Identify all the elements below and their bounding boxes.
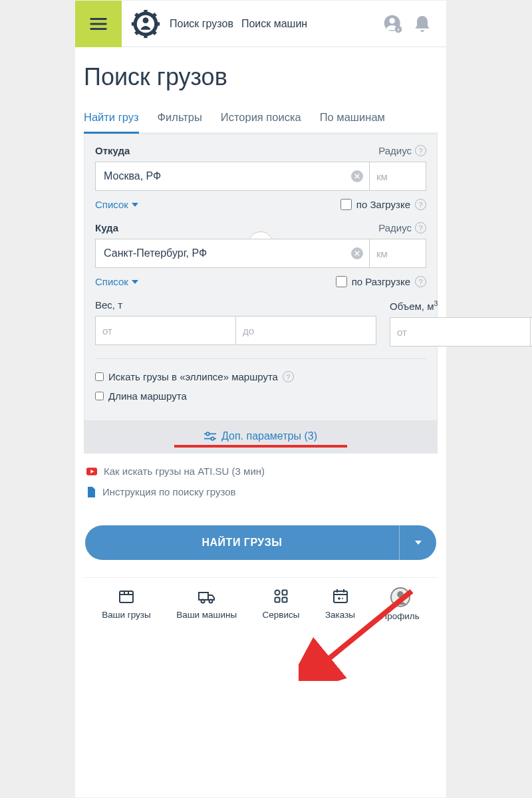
gear-a-icon [131,9,160,39]
doc-help-link[interactable]: Инструкция по поиску грузов [86,486,435,497]
tab-find-cargo[interactable]: Найти груз [84,104,139,134]
radius-label: Радиус [378,145,412,156]
avatar-icon [390,587,410,607]
from-city-input[interactable] [95,162,370,191]
to-city-input[interactable] [95,239,370,268]
hamburger-icon [88,14,108,34]
truck-icon [198,587,216,606]
svg-rect-1 [144,9,147,13]
clear-to-button[interactable] [351,247,363,259]
video-help-link[interactable]: Как искать грузы на ATI.SU (3 мин) [86,466,435,477]
svg-point-28 [397,591,404,598]
svg-rect-4 [156,22,160,25]
to-label: Куда [95,222,118,233]
extra-params-link[interactable]: Доп. параметры (3) [204,430,317,442]
help-ellipse[interactable]: ? [283,371,294,382]
document-icon [86,487,96,497]
to-list-link[interactable]: Список [95,276,138,287]
tab-history[interactable]: История поиска [221,104,301,134]
help-by-unload[interactable]: ? [415,276,426,287]
nav-cargo-search[interactable]: Поиск грузов [170,18,233,30]
svg-rect-25 [275,598,279,602]
svg-rect-26 [282,598,287,602]
svg-rect-18 [120,591,133,602]
weight-to-input[interactable] [235,316,376,345]
svg-point-16 [211,437,214,440]
svg-point-23 [275,591,279,595]
notifications-button[interactable] [412,13,433,35]
help-radius-from[interactable]: ? [415,145,426,156]
help-radius-to[interactable]: ? [415,222,426,233]
from-radius-input[interactable] [370,162,426,191]
svg-rect-24 [282,591,287,595]
bell-icon [412,13,433,35]
search-button[interactable]: НАЙТИ ГРУЗЫ [85,525,399,560]
by-unload-checkbox[interactable]: по Разгрузке? [336,276,426,287]
user-icon-button[interactable]: + [382,13,404,35]
volume-from-input[interactable] [390,317,530,346]
svg-rect-2 [144,34,147,37]
grid-icon [272,587,291,606]
calendar-icon [331,587,350,606]
nav-truck-search[interactable]: Поиск машин [241,18,307,30]
nav-orders[interactable]: Заказы [325,587,355,621]
svg-rect-3 [132,22,135,25]
svg-rect-20 [199,593,208,600]
svg-rect-19 [124,591,128,595]
volume-label: Объем, м3 [390,299,532,312]
by-load-checkbox[interactable]: по Загрузке? [340,199,426,210]
from-label: Откуда [95,145,130,156]
youtube-icon [86,467,97,475]
svg-rect-27 [334,591,347,602]
weight-from-input[interactable] [95,316,235,345]
nav-services[interactable]: Сервисы [263,587,300,621]
nav-your-trucks[interactable]: Ваши машины [176,587,237,621]
caret-down-icon [132,203,138,207]
menu-button[interactable] [75,1,122,47]
to-radius-input[interactable] [370,239,426,268]
tab-filters[interactable]: Фильтры [158,104,202,134]
tab-by-trucks[interactable]: По машинам [320,104,385,134]
box-icon [117,587,136,606]
annotation-underline [174,445,347,448]
svg-point-15 [206,432,209,436]
nav-your-cargo[interactable]: Ваши грузы [102,587,151,621]
ellipse-checkbox[interactable]: Искать грузы в «эллипсе» маршрута? [95,371,426,382]
svg-point-10 [143,17,149,23]
divider [95,358,426,359]
clear-from-button[interactable] [351,170,363,182]
nav-profile[interactable]: Профиль [380,587,419,621]
caret-down-icon [415,541,422,545]
svg-point-21 [201,600,204,603]
radius-label-2: Радиус [378,222,412,233]
svg-text:+: + [396,27,400,33]
search-dropdown-button[interactable] [399,525,436,560]
route-length-checkbox[interactable]: Длина маршрута [95,390,426,402]
svg-point-22 [209,600,212,603]
weight-label: Вес, т [95,299,376,311]
svg-point-12 [389,18,395,24]
page-title: Поиск грузов [84,63,438,91]
user-icon: + [382,13,404,35]
from-list-link[interactable]: Список [95,199,138,210]
caret-down-icon [132,280,138,284]
close-icon [354,251,360,256]
logo[interactable] [130,8,162,40]
help-by-load[interactable]: ? [415,199,426,210]
close-icon [354,174,360,179]
sliders-icon [204,432,216,441]
